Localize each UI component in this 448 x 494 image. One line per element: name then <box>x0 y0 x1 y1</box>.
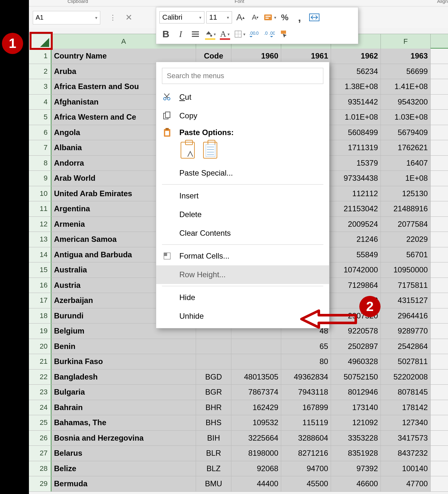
cell[interactable]: Bahamas, The <box>51 415 196 430</box>
cell[interactable]: Benin <box>51 339 196 354</box>
menu-row-height[interactable]: Row Height... <box>156 265 329 284</box>
cell[interactable]: 9543200 <box>381 95 431 110</box>
cell[interactable]: 127340 <box>381 415 431 430</box>
cell[interactable]: Belarus <box>51 446 196 461</box>
cell[interactable]: 7175811 <box>381 278 431 293</box>
cell[interactable]: 8437232 <box>381 446 431 461</box>
name-box[interactable]: A1 ▾ <box>33 11 100 24</box>
menu-insert[interactable]: Insert <box>156 187 329 205</box>
font-name-select[interactable]: Calibri▾ <box>159 11 204 23</box>
cell[interactable]: 115119 <box>281 415 331 430</box>
italic-button[interactable]: I <box>174 28 187 41</box>
cell[interactable]: 56699 <box>381 64 431 79</box>
cell[interactable]: Code <box>196 49 231 64</box>
cell[interactable]: 1.41E+08 <box>381 79 431 94</box>
paste-option-1-icon[interactable] <box>181 142 195 159</box>
cell[interactable]: 56234 <box>331 64 381 79</box>
menu-format-cells[interactable]: Format Cells... <box>156 247 329 265</box>
cell[interactable]: 49362834 <box>281 370 331 385</box>
row-header[interactable]: 14 <box>29 247 51 262</box>
percent-icon[interactable]: % <box>278 11 291 24</box>
row-header[interactable]: 21 <box>29 354 51 369</box>
row-header[interactable]: 19 <box>29 324 51 339</box>
cell[interactable]: 3288604 <box>281 431 331 446</box>
cell[interactable]: 10742000 <box>331 262 381 278</box>
cell[interactable]: 8078145 <box>381 385 431 400</box>
cell[interactable]: 46600 <box>331 476 381 491</box>
menu-clear-contents[interactable]: Clear Contents <box>156 224 329 242</box>
cell[interactable]: 8012946 <box>331 385 381 400</box>
cell[interactable]: 55849 <box>331 247 381 262</box>
row-header[interactable]: 6 <box>29 125 51 140</box>
row-header[interactable]: 4 <box>29 95 51 110</box>
borders-icon[interactable]: ▾ <box>233 28 246 41</box>
increase-decimal-icon[interactable]: .00.0 <box>248 28 261 41</box>
cell[interactable]: 1.03E+08 <box>381 110 431 125</box>
cell[interactable]: BLZ <box>196 461 231 476</box>
cell[interactable]: 44400 <box>231 476 281 491</box>
merge-center-icon[interactable] <box>308 11 321 24</box>
cell[interactable]: 5027811 <box>381 354 431 369</box>
cell[interactable]: 7943118 <box>281 385 331 400</box>
name-box-dropdown-icon[interactable]: ▾ <box>95 15 97 20</box>
accounting-format-icon[interactable]: ▾ <box>264 11 276 24</box>
cell[interactable]: Bulgaria <box>51 385 196 400</box>
cell[interactable]: 21153042 <box>331 201 381 216</box>
row-header[interactable]: 8 <box>29 156 51 171</box>
row-header[interactable]: 3 <box>29 79 51 94</box>
cell[interactable]: 7129864 <box>331 278 381 293</box>
menu-paste-special[interactable]: Paste Special... <box>156 164 329 182</box>
cell[interactable]: 1762621 <box>381 140 431 155</box>
cell[interactable]: 125130 <box>381 186 431 201</box>
cell[interactable]: 3225664 <box>231 431 281 446</box>
formula-bar-cancel-icon[interactable]: ✕ <box>125 13 132 23</box>
menu-delete[interactable]: Delete <box>156 205 329 224</box>
cell[interactable]: Burkina Faso <box>51 354 196 369</box>
row-header[interactable]: 17 <box>29 293 51 308</box>
cell[interactable]: 2964416 <box>381 308 431 324</box>
column-header-F[interactable]: F <box>381 34 431 49</box>
row-header[interactable]: 10 <box>29 186 51 201</box>
cell[interactable]: 4960328 <box>331 354 381 369</box>
context-menu-search[interactable]: Search the menus <box>162 68 323 84</box>
cell[interactable]: 65 <box>281 339 331 354</box>
cell[interactable]: 178142 <box>381 400 431 415</box>
cell[interactable]: BLR <box>196 446 231 461</box>
cell[interactable]: Country Name <box>51 49 196 64</box>
shrink-font-icon[interactable]: A▾ <box>249 11 262 24</box>
comma-style-icon[interactable]: , <box>293 11 306 24</box>
cell[interactable]: 94700 <box>281 461 331 476</box>
cell[interactable]: 21246 <box>331 232 381 247</box>
cell[interactable]: 5608499 <box>331 125 381 140</box>
row-header[interactable]: 16 <box>29 278 51 293</box>
menu-cut[interactable]: Cut <box>156 88 329 106</box>
row-header[interactable]: 23 <box>29 385 51 400</box>
cell[interactable] <box>196 354 231 369</box>
cell[interactable]: 7867374 <box>231 385 281 400</box>
row-header[interactable]: 18 <box>29 308 51 324</box>
cell[interactable]: BMU <box>196 476 231 491</box>
cell[interactable]: 80 <box>281 354 331 369</box>
cell[interactable]: BHR <box>196 400 231 415</box>
cell[interactable]: 97392 <box>331 461 381 476</box>
cell[interactable]: 10950000 <box>381 262 431 278</box>
cell[interactable]: 48013505 <box>231 370 281 385</box>
fill-color-icon[interactable]: ▾ <box>204 28 217 41</box>
cell[interactable]: 1711319 <box>331 140 381 155</box>
row-header[interactable]: 24 <box>29 400 51 415</box>
cell[interactable]: 9289770 <box>381 324 431 339</box>
font-color-icon[interactable]: A ▾ <box>219 28 231 41</box>
cell[interactable]: BHS <box>196 415 231 430</box>
cell[interactable]: 167899 <box>281 400 331 415</box>
row-header[interactable]: 28 <box>29 461 51 476</box>
row-header[interactable]: 15 <box>29 262 51 278</box>
cell[interactable]: 4315127 <box>381 293 431 308</box>
cell[interactable]: 50752150 <box>331 370 381 385</box>
font-size-select[interactable]: 11▾ <box>206 11 232 23</box>
cell[interactable]: Bangladesh <box>51 370 196 385</box>
cell[interactable]: 2542864 <box>381 339 431 354</box>
cell[interactable]: 15379 <box>331 156 381 171</box>
cell[interactable]: 1.38E+08 <box>331 79 381 94</box>
cell[interactable]: 8351928 <box>331 446 381 461</box>
cell[interactable]: Bahrain <box>51 400 196 415</box>
